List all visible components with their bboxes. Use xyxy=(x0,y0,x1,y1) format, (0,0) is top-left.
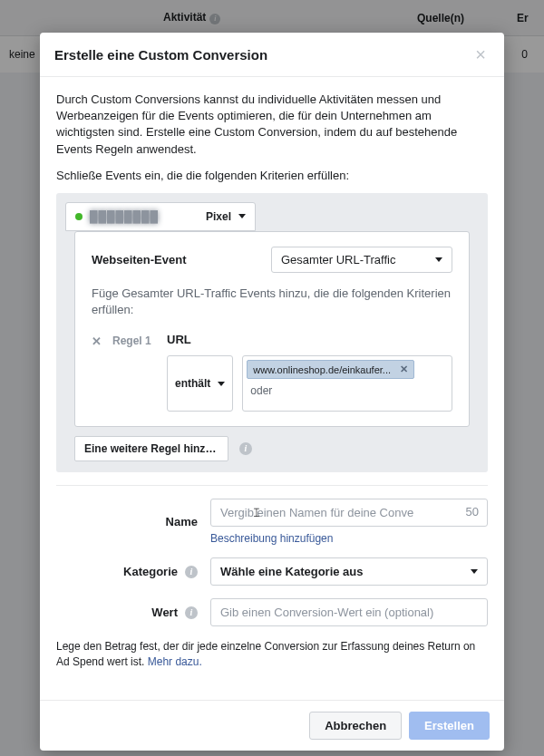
create-button[interactable]: Erstellen xyxy=(409,712,490,740)
name-char-count: 50 xyxy=(466,505,479,519)
name-label: Name xyxy=(56,515,210,528)
website-event-label: Webseiten-Event xyxy=(92,253,271,267)
intro-text: Durch Custom Conversions kannst du indiv… xyxy=(56,92,488,158)
url-label: URL xyxy=(167,333,452,346)
caret-down-icon xyxy=(218,382,225,386)
url-chip: www.onlineshop.de/einkaufer... ✕ xyxy=(247,360,414,379)
modal-title: Erstelle eine Custom Conversion xyxy=(54,47,267,63)
rule-block: ✕ Regel 1 URL enthält www.onlineshop.de/… xyxy=(92,333,452,412)
wert-input[interactable] xyxy=(210,598,488,626)
event-subtext: Füge Gesamter URL-Traffic Events hinzu, … xyxy=(92,286,452,318)
criteria-line: Schließe Events ein, die die folgenden K… xyxy=(56,169,488,182)
add-rule-button[interactable]: Eine weitere Regel hinzuf... xyxy=(74,436,228,461)
learn-more-link[interactable]: Mehr dazu. xyxy=(148,655,202,668)
chip-remove-icon[interactable]: ✕ xyxy=(400,363,408,375)
condition-select[interactable]: enthält xyxy=(167,355,233,412)
website-event-select[interactable]: Gesamter URL-Traffic xyxy=(271,247,452,273)
pixel-name-blurred: ████████ xyxy=(90,210,206,223)
category-label: Kategorie xyxy=(123,565,178,578)
modal-body: Durch Custom Conversions kannst du indiv… xyxy=(40,77,504,700)
url-chip-text: www.onlineshop.de/einkaufer... xyxy=(253,364,391,375)
wert-label: Wert xyxy=(151,606,178,619)
caret-down-icon xyxy=(238,214,246,218)
divider xyxy=(56,485,488,486)
info-icon: i xyxy=(239,442,252,455)
add-description-link[interactable]: Beschreibung hinzufügen xyxy=(210,532,333,545)
rule-number-label: Regel 1 xyxy=(112,334,167,412)
event-panel: Webseiten-Event Gesamter URL-Traffic Füg… xyxy=(74,231,470,427)
remove-rule-icon[interactable]: ✕ xyxy=(92,334,102,412)
modal-header: Erstelle eine Custom Conversion × xyxy=(40,33,504,77)
category-select[interactable]: Wähle eine Kategorie aus xyxy=(210,557,488,586)
create-custom-conversion-modal: Erstelle eine Custom Conversion × Durch … xyxy=(40,33,504,751)
caret-down-icon xyxy=(435,257,442,262)
criteria-panel: ████████ Pixel Webseiten-Event Gesamter … xyxy=(56,193,488,472)
footnote: Lege den Betrag fest, der dir jede einze… xyxy=(56,639,488,670)
pixel-suffix: Pixel xyxy=(206,210,231,223)
pixel-selector[interactable]: ████████ Pixel xyxy=(65,202,256,231)
url-values-input[interactable]: www.onlineshop.de/einkaufer... ✕ oder xyxy=(242,355,452,412)
or-label: oder xyxy=(247,379,448,399)
caret-down-icon xyxy=(471,569,478,574)
status-dot-icon xyxy=(75,213,83,220)
modal-footer: Abbrechen Erstellen xyxy=(40,700,504,751)
name-input[interactable] xyxy=(210,499,488,527)
info-icon: i xyxy=(185,606,198,619)
info-icon: i xyxy=(185,566,198,578)
close-icon[interactable]: × xyxy=(471,45,490,63)
cancel-button[interactable]: Abbrechen xyxy=(309,712,402,740)
